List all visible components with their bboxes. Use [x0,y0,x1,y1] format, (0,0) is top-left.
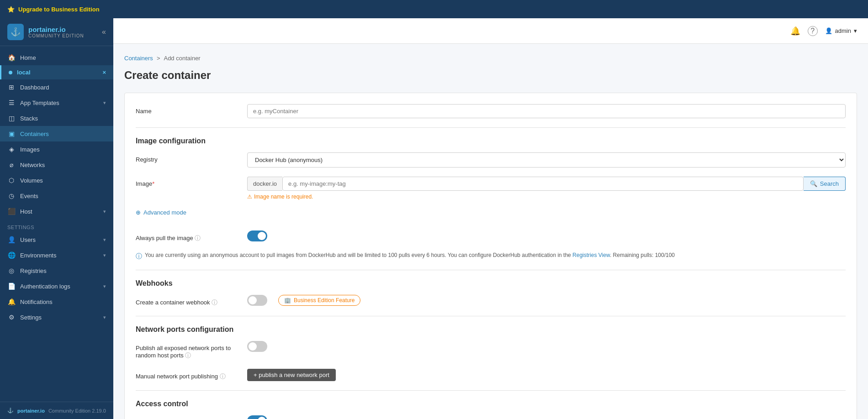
sidebar-item-label: Registries [20,267,47,274]
page-title: Create container [124,69,857,82]
sidebar-item-label: Dashboard [20,84,49,91]
user-icon: 👤 [825,27,832,34]
required-indicator: * [152,180,154,187]
env-dot [9,71,12,74]
warning-icon: ⚠ [247,194,252,200]
sidebar-item-label: Events [20,193,38,199]
access-control-title: Access control [136,400,846,408]
help-icon[interactable]: ? [808,26,818,36]
chevron-down-icon: ▾ [103,314,106,320]
collapse-sidebar-button[interactable]: « [102,28,106,36]
network-ports-title: Network ports configuration [136,325,846,334]
main-content: 🔔 ? 👤 admin ▾ Containers > Add container… [113,18,868,419]
always-pull-toggle[interactable] [247,230,267,241]
sidebar-item-label: Host [20,208,32,215]
always-pull-label: Always pull the image ⓘ [136,230,236,242]
sidebar-item-containers[interactable]: ▣ Containers [0,126,113,141]
image-config-title: Image configuration [136,137,846,145]
bell-icon[interactable]: 🔔 [790,26,800,36]
link-icon: ⊕ [136,209,141,216]
publish-new-port-button[interactable]: + publish a new network port [247,369,336,381]
chevron-down-icon: ▾ [103,100,106,106]
webhook-toggle[interactable] [247,295,267,306]
containers-icon: ▣ [7,130,16,137]
image-input[interactable] [282,177,804,191]
publish-all-row: Publish all exposed network ports to ran… [136,341,846,360]
name-label: Name [136,104,236,115]
sidebar-item-host[interactable]: ⬛ Host ▾ [0,204,113,219]
user-menu[interactable]: 👤 admin ▾ [825,27,857,34]
settings-icon: ⚙ [7,314,16,321]
events-icon: ◷ [7,192,16,199]
environment-header: local × [0,65,113,79]
sidebar-item-notifications[interactable]: 🔔 Notifications [0,294,113,309]
username: admin [835,27,851,34]
home-icon: 🏠 [7,54,16,61]
breadcrumb-parent[interactable]: Containers [124,55,153,62]
business-edition-badge[interactable]: 🏢 Business Edition Feature [278,295,360,306]
logo-icon: ⚓ [7,24,24,40]
sidebar-item-label: Authentication logs [20,283,70,290]
sidebar-nav: 🏠 Home local × ⊞ Dashboard ☰ App Templat… [0,46,113,402]
environments-icon: 🌐 [7,251,16,259]
close-environment-button[interactable]: × [102,69,106,76]
publish-label: Publish all exposed network ports to ran… [136,341,236,360]
webhook-label: Create a container webhook ⓘ [136,295,236,307]
settings-section-label: Settings [0,219,113,232]
search-button[interactable]: 🔍 Search [804,177,846,191]
webhook-help-icon[interactable]: ⓘ [212,299,217,306]
sidebar-item-volumes[interactable]: ⬡ Volumes [0,173,113,188]
sidebar-item-label: Notifications [20,299,53,305]
create-container-form: Name Image configuration Registry Docker… [124,93,857,419]
sidebar-item-images[interactable]: ◈ Images [0,141,113,157]
sidebar-item-app-templates[interactable]: ☰ App Templates ▾ [0,95,113,110]
manual-publish-help-icon[interactable]: ⓘ [220,373,226,380]
sidebar-item-home[interactable]: 🏠 Home [0,50,113,65]
auth-logs-icon: 📄 [7,283,16,290]
upgrade-banner[interactable]: ⭐ Upgrade to Business Edition [0,0,868,18]
sidebar-logo: ⚓ portainer.io COMMUNITY EDITION « [0,18,113,46]
users-icon: 👤 [7,236,16,243]
name-input[interactable] [247,104,846,118]
registry-label: Registry [136,152,236,163]
sidebar-item-networks[interactable]: ⌀ Networks [0,157,113,173]
host-icon: ⬛ [7,208,16,215]
sidebar-item-label: App Templates [20,100,59,106]
sidebar-item-environments[interactable]: 🌐 Environments ▾ [0,247,113,263]
chevron-down-icon: ▾ [103,283,106,289]
sidebar-item-events[interactable]: ◷ Events [0,188,113,204]
sidebar-item-label: Volumes [20,177,43,184]
image-prefix: docker.io [247,177,282,191]
sidebar-item-stacks[interactable]: ◫ Stacks [0,110,113,126]
publish-help-icon[interactable]: ⓘ [185,352,191,359]
enable-access-row: Enable access control ⓘ [136,415,846,419]
dashboard-icon: ⊞ [7,84,16,91]
image-input-group: docker.io 🔍 Search [247,177,846,191]
sidebar-item-users[interactable]: 👤 Users ▾ [0,232,113,247]
sidebar-item-auth-logs[interactable]: 📄 Authentication logs ▾ [0,278,113,294]
registries-view-link[interactable]: Registries View [572,252,610,258]
publish-toggle[interactable] [247,341,267,352]
sidebar-item-label: Networks [20,162,45,168]
enable-access-toggle[interactable] [247,415,267,419]
webhook-row: Create a container webhook ⓘ 🏢 Business … [136,295,846,307]
breadcrumb: Containers > Add container [124,55,857,62]
sidebar-item-label: Environments [20,252,56,259]
always-pull-help-icon[interactable]: ⓘ [195,235,201,241]
sidebar-item-registries[interactable]: ◎ Registries [0,263,113,278]
advanced-mode-link[interactable]: ⊕ Advanced mode [136,209,186,216]
image-row: Image* docker.io 🔍 Search ⚠ [136,177,846,200]
sidebar-item-settings[interactable]: ⚙ Settings ▾ [0,309,113,325]
sidebar-item-dashboard[interactable]: ⊞ Dashboard [0,79,113,95]
app-templates-icon: ☰ [7,99,16,106]
image-error: ⚠ Image name is required. [247,194,846,200]
chevron-down-icon: ▾ [103,252,106,258]
always-pull-row: Always pull the image ⓘ [136,230,846,243]
enable-access-label: Enable access control ⓘ [136,415,236,419]
registry-select[interactable]: Docker Hub (anonymous) [247,152,846,168]
sidebar: ⚓ portainer.io COMMUNITY EDITION « 🏠 Hom… [0,18,113,419]
anon-info: ⓘ You are currently using an anonymous a… [136,252,846,261]
manual-publish-label: Manual network port publishing ⓘ [136,369,236,381]
info-icon: ⓘ [136,252,142,261]
manual-publish-row: Manual network port publishing ⓘ + publi… [136,369,846,381]
